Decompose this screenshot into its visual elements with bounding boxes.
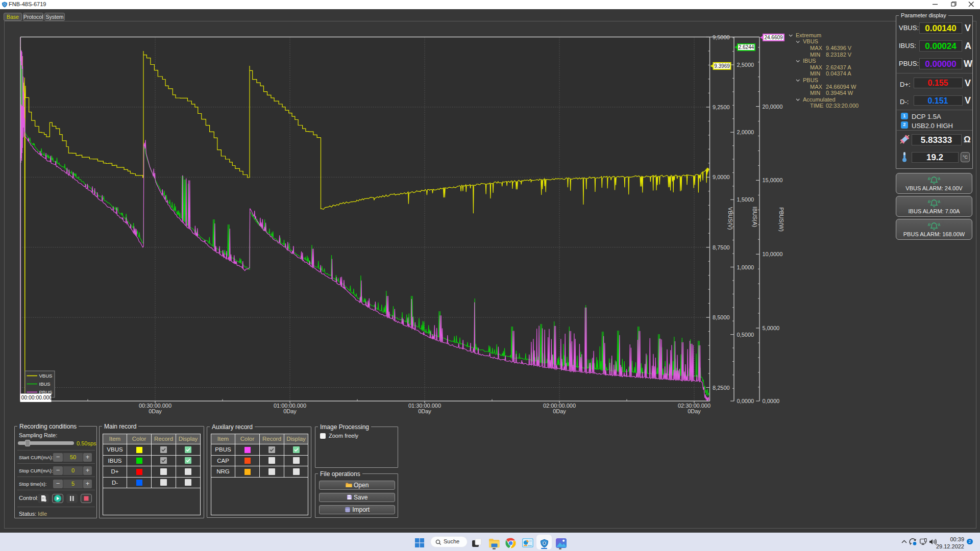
svg-text:MAX: MAX: [810, 64, 823, 70]
svg-text:VBUS: VBUS: [39, 373, 53, 379]
svg-text:2,0000: 2,0000: [737, 129, 754, 135]
svg-text:Accumulated: Accumulated: [803, 96, 836, 103]
svg-text:0,0000: 0,0000: [737, 398, 754, 404]
svg-text:9,0000: 9,0000: [713, 174, 730, 180]
svg-text:2.6244: 2.6244: [739, 44, 754, 50]
svg-text:01:30:00.000: 01:30:00.000: [408, 403, 441, 409]
svg-text:IBUS(A): IBUS(A): [752, 207, 758, 227]
svg-text:0Day: 0Day: [553, 408, 566, 414]
svg-text:9,5000: 9,5000: [713, 34, 730, 40]
svg-text:10,0000: 10,0000: [763, 251, 783, 257]
svg-text:IBUS: IBUS: [39, 381, 51, 387]
svg-text:00:00:00.000: 00:00:00.000: [21, 395, 53, 400]
svg-text:02:33:20.000: 02:33:20.000: [826, 103, 859, 109]
svg-text:MIN: MIN: [810, 70, 820, 77]
svg-text:8,5000: 8,5000: [713, 314, 730, 320]
svg-text:0.04374 A: 0.04374 A: [826, 70, 851, 77]
svg-text:9.46396 V: 9.46396 V: [826, 45, 852, 51]
svg-text:1,5000: 1,5000: [737, 196, 754, 203]
svg-text:PBUS: PBUS: [803, 77, 818, 83]
svg-text:02:30:00.000: 02:30:00.000: [678, 403, 710, 409]
svg-text:MIN: MIN: [810, 90, 820, 96]
svg-text:0Day: 0Day: [283, 408, 297, 414]
svg-text:VBUS: VBUS: [803, 38, 818, 44]
svg-text:VBUS(V): VBUS(V): [727, 207, 733, 230]
svg-text:0Day: 0Day: [149, 408, 162, 414]
svg-text:MIN: MIN: [810, 52, 820, 58]
svg-text:MAX: MAX: [810, 84, 823, 90]
svg-text:24.6609: 24.6609: [764, 35, 783, 40]
svg-text:0.39454 W: 0.39454 W: [826, 90, 853, 96]
svg-text:8.23182 V: 8.23182 V: [826, 52, 852, 58]
svg-text:0,5000: 0,5000: [737, 332, 754, 338]
svg-text:15,0000: 15,0000: [763, 177, 783, 183]
svg-text:1,0000: 1,0000: [737, 264, 754, 270]
svg-text:0Day: 0Day: [688, 408, 701, 414]
svg-text:8,7500: 8,7500: [713, 244, 730, 251]
svg-text:2,5000: 2,5000: [737, 62, 754, 68]
svg-text:TIME: TIME: [810, 103, 823, 109]
svg-text:24.66094 W: 24.66094 W: [826, 84, 856, 90]
svg-text:9,2500: 9,2500: [713, 104, 730, 110]
svg-text:MAX: MAX: [810, 45, 823, 51]
svg-text:01:00:00.000: 01:00:00.000: [274, 403, 306, 409]
svg-text:9.3969: 9.3969: [714, 63, 730, 69]
svg-text:Extremum: Extremum: [796, 32, 821, 38]
svg-text:5,0000: 5,0000: [763, 325, 780, 331]
svg-text:2.62437 A: 2.62437 A: [826, 64, 851, 70]
svg-text:PBUS(W): PBUS(W): [778, 207, 785, 232]
svg-text:0Day: 0Day: [418, 408, 431, 414]
svg-text:20,0000: 20,0000: [763, 104, 783, 110]
svg-text:02:00:00.000: 02:00:00.000: [543, 403, 576, 409]
svg-text:IBUS: IBUS: [803, 58, 816, 64]
svg-text:0,0000: 0,0000: [763, 398, 780, 404]
svg-text:00:30:00.000: 00:30:00.000: [139, 403, 172, 409]
svg-text:8,2500: 8,2500: [713, 385, 730, 391]
